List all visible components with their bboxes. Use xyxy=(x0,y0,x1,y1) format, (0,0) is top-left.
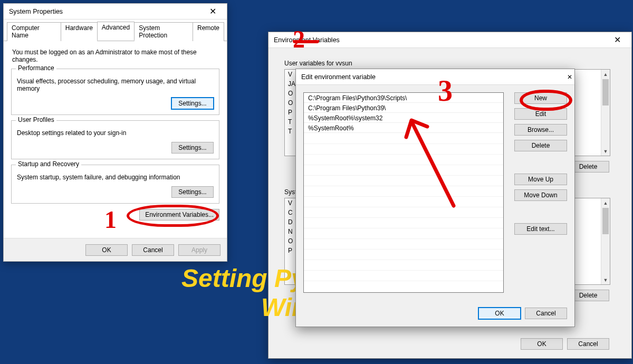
desc-profiles: Desktop settings related to your sign-in xyxy=(17,129,214,137)
list-item[interactable]: C:\Program Files\Python39\ xyxy=(304,103,503,113)
scrollbar[interactable]: ▲ ▼ xyxy=(601,70,610,156)
close-icon[interactable]: ✕ xyxy=(201,4,225,19)
window-title: System Properties xyxy=(9,8,201,15)
editdlg-cancel-button[interactable]: Cancel xyxy=(525,308,567,319)
new-button[interactable]: New xyxy=(514,92,567,104)
edit-text-button[interactable]: Edit text... xyxy=(514,223,567,235)
envwin-cancel-button[interactable]: Cancel xyxy=(567,338,609,350)
cancel-button[interactable]: Cancel xyxy=(132,244,174,256)
browse-button[interactable]: Browse... xyxy=(514,124,567,136)
tab-system-protection[interactable]: System Protection xyxy=(134,22,193,41)
envwin-titlebar[interactable]: Environment Variables ✕ xyxy=(268,32,631,48)
tabs: Computer Name Hardware Advanced System P… xyxy=(4,20,227,41)
close-icon[interactable]: ✕ xyxy=(606,33,629,47)
desc-performance: Visual effects, processor scheduling, me… xyxy=(17,78,214,92)
group-user-profiles: User Profiles Desktop settings related t… xyxy=(11,120,219,159)
tab-advanced[interactable]: Advanced xyxy=(97,22,135,41)
desc-startup: System startup, system failure, and debu… xyxy=(17,174,214,181)
list-item[interactable]: %SystemRoot% xyxy=(304,123,503,133)
annotation-underline-2 xyxy=(293,38,319,43)
envwin-title: Environment Variables xyxy=(274,36,606,44)
editdlg-side-buttons: New Edit Browse... Delete Move Up Move D… xyxy=(514,92,567,235)
scrollbar-thumb[interactable] xyxy=(602,208,609,234)
admin-hint: You must be logged on as an Administrato… xyxy=(12,49,219,63)
group-startup: Startup and Recovery System startup, sys… xyxy=(11,165,219,204)
editdlg-ok-button[interactable]: OK xyxy=(478,308,521,319)
ok-button[interactable]: OK xyxy=(85,244,128,256)
environment-variables-button[interactable]: Environment Variables... xyxy=(139,209,219,221)
path-entries-list[interactable]: C:\Program Files\Python39\Scripts\ C:\Pr… xyxy=(303,92,504,293)
edit-button[interactable]: Edit xyxy=(514,108,567,120)
tab-hardware[interactable]: Hardware xyxy=(61,22,98,41)
close-icon[interactable]: ✕ xyxy=(567,73,572,81)
chevron-up-icon[interactable]: ▲ xyxy=(601,198,610,207)
tab-remote[interactable]: Remote xyxy=(193,22,224,41)
chevron-down-icon[interactable]: ▼ xyxy=(601,147,610,156)
group-performance: Performance Visual effects, processor sc… xyxy=(11,69,219,115)
tab-computer-name[interactable]: Computer Name xyxy=(7,22,61,41)
list-item[interactable]: C:\Program Files\Python39\Scripts\ xyxy=(304,93,503,103)
legend-startup: Startup and Recovery xyxy=(16,160,81,168)
sysprop-footer: OK Cancel Apply xyxy=(4,238,227,261)
apply-button[interactable]: Apply xyxy=(178,244,220,256)
editdlg-titlebar[interactable]: Edit environment variable ✕ xyxy=(296,69,574,85)
legend-performance: Performance xyxy=(16,64,56,72)
user-variables-label: User variables for vvsun xyxy=(284,60,352,67)
envwin-ok-button[interactable]: OK xyxy=(521,338,563,350)
move-up-button[interactable]: Move Up xyxy=(514,174,567,185)
system-properties-window: System Properties ✕ Computer Name Hardwa… xyxy=(3,3,227,262)
move-down-button[interactable]: Move Down xyxy=(514,189,567,201)
legend-profiles: User Profiles xyxy=(16,116,56,123)
delete-button[interactable]: Delete xyxy=(514,140,567,151)
editdlg-title: Edit environment variable xyxy=(301,73,567,81)
titlebar[interactable]: System Properties ✕ xyxy=(4,4,227,20)
performance-settings-button[interactable]: Settings... xyxy=(171,98,214,109)
list-item[interactable]: %SystemRoot%\system32 xyxy=(304,113,503,123)
chevron-up-icon[interactable]: ▲ xyxy=(601,70,610,79)
sysprop-body: You must be logged on as an Administrato… xyxy=(4,41,227,225)
scrollbar-thumb[interactable] xyxy=(602,79,609,106)
profiles-settings-button[interactable]: Settings... xyxy=(171,142,214,154)
edit-environment-variable-dialog: Edit environment variable ✕ C:\Program F… xyxy=(295,69,575,327)
startup-settings-button[interactable]: Settings... xyxy=(171,186,214,198)
